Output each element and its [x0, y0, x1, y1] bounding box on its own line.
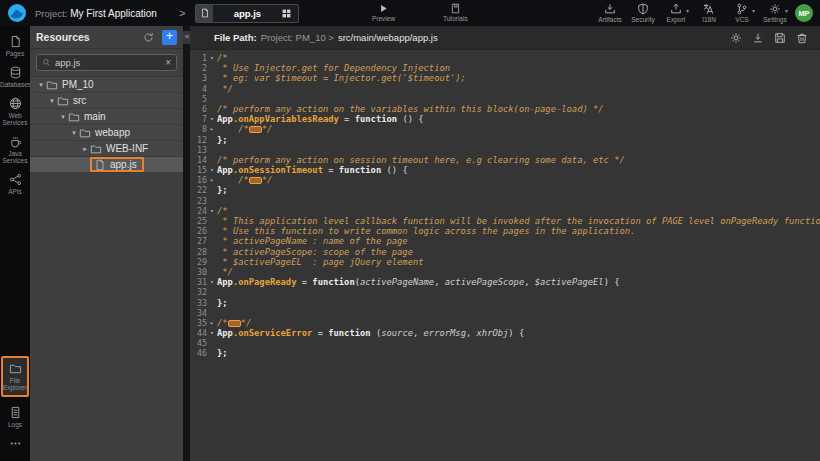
- tree-open-arrow-icon[interactable]: ▾: [36, 81, 46, 89]
- panel-divider[interactable]: [183, 26, 190, 461]
- resource-search: ×: [36, 54, 177, 71]
- editor-settings-icon[interactable]: [730, 32, 742, 44]
- line-number: 14: [190, 155, 207, 165]
- code-line-22: 22};: [190, 185, 820, 195]
- clear-search-icon[interactable]: ×: [165, 57, 171, 68]
- fold-spacer: [207, 63, 217, 73]
- refresh-icon[interactable]: [143, 32, 154, 43]
- avatar[interactable]: MP: [795, 4, 813, 22]
- tree-item-label: WEB-INF: [106, 143, 148, 154]
- folded-code-marker[interactable]: [249, 177, 262, 184]
- file-path-value: src/main/webapp/app.js: [338, 32, 730, 43]
- fold-open-icon[interactable]: ▾: [207, 206, 217, 216]
- delete-file-icon[interactable]: [796, 32, 808, 44]
- line-number: 27: [190, 236, 207, 246]
- selected-file-highlight: app.js: [90, 157, 144, 172]
- fold-spacer: [207, 338, 217, 348]
- tree-item-src[interactable]: ▾src: [30, 93, 183, 109]
- tree-item-web-inf[interactable]: ▸WEB-INF: [30, 141, 183, 157]
- tree-closed-arrow-icon[interactable]: ▸: [80, 145, 90, 153]
- fold-open-icon[interactable]: ▾: [207, 328, 217, 338]
- folder-icon: [68, 111, 80, 123]
- fold-closed-icon[interactable]: ▸: [207, 175, 217, 185]
- tree-item-label: webapp: [95, 127, 130, 138]
- fold-open-icon[interactable]: ▾: [207, 277, 217, 287]
- tree-open-arrow-icon[interactable]: ▾: [47, 97, 57, 105]
- line-number: 8: [190, 124, 207, 134]
- search-input[interactable]: [51, 57, 165, 68]
- add-resource-button[interactable]: +: [162, 30, 177, 45]
- folded-code-marker[interactable]: [249, 126, 262, 133]
- tree-item-webapp[interactable]: ▾webapp: [30, 125, 183, 141]
- code-line-30: 30 */: [190, 267, 820, 277]
- fold-closed-icon[interactable]: ▸: [207, 124, 217, 134]
- line-number: 7: [190, 114, 207, 124]
- line-number: 1: [190, 53, 207, 63]
- grid-icon[interactable]: [281, 8, 292, 19]
- vcs-button[interactable]: ▾VCS: [729, 3, 755, 23]
- fold-open-icon[interactable]: ▾: [207, 165, 217, 175]
- code-text: [217, 145, 820, 155]
- tree-open-arrow-icon[interactable]: ▾: [69, 129, 79, 137]
- export-button[interactable]: ▾Export: [663, 3, 689, 23]
- code-editor[interactable]: 1▾/*2 * Use Injector.get for Dependency …: [190, 50, 820, 461]
- code-text: };: [217, 135, 820, 145]
- tutorials-button[interactable]: Tutorials: [443, 3, 468, 22]
- collapse-panel-button[interactable]: «: [183, 31, 191, 44]
- security-button[interactable]: Security: [630, 3, 656, 23]
- code-line-29: 29 * $activePageEL : page jQuery element: [190, 257, 820, 267]
- fold-closed-icon[interactable]: ▸: [207, 318, 217, 328]
- code-line-12: 12};: [190, 135, 820, 145]
- folded-code-marker[interactable]: [228, 320, 241, 327]
- fold-spacer: [207, 185, 217, 195]
- download-file-icon[interactable]: [752, 32, 764, 44]
- artifacts-button[interactable]: Artifacts: [597, 3, 623, 23]
- file-path-project: Project: PM_10 >: [261, 32, 334, 43]
- code-line-44: 44▾App.onServiceError = function (source…: [190, 328, 820, 338]
- share-icon: [9, 173, 22, 186]
- fold-open-icon[interactable]: ▾: [207, 114, 217, 124]
- line-number: 28: [190, 247, 207, 257]
- sidebar-item-label: Logs: [0, 421, 30, 428]
- tree-item-app-js[interactable]: app.js: [30, 157, 183, 173]
- tree-item-label: PM_10: [62, 79, 94, 90]
- settings-button[interactable]: ▾Settings: [762, 3, 788, 23]
- artifacts-icon: [604, 3, 616, 15]
- fold-spacer: [207, 348, 217, 358]
- code-text: App.onPageReady = function(activePageNam…: [217, 277, 820, 287]
- chevron-right-icon: >: [179, 7, 185, 19]
- fold-spacer: [207, 84, 217, 94]
- i18n-button[interactable]: I18N: [696, 3, 722, 23]
- fold-spacer: [207, 94, 217, 104]
- fold-open-icon[interactable]: ▾: [207, 53, 217, 63]
- file-tree: ▾PM_10▾src▾main▾webapp▸WEB-INFapp.js: [30, 76, 183, 173]
- file-path-label: File Path:: [214, 32, 257, 43]
- code-line-5: 5: [190, 94, 820, 104]
- sidebar-item-logs[interactable]: Logs: [0, 406, 30, 428]
- sidebar-item-databases[interactable]: Databases: [0, 66, 30, 88]
- tutorials-label: Tutorials: [443, 15, 468, 22]
- sidebar-item-apis[interactable]: APIs: [0, 173, 30, 195]
- fold-spacer: [207, 135, 217, 145]
- preview-button[interactable]: Preview: [372, 3, 395, 22]
- tab-appjs[interactable]: app.js: [195, 4, 299, 23]
- sidebar-item-web-services[interactable]: Web Services: [0, 97, 30, 126]
- sidebar-item-java-services[interactable]: Java Services: [0, 135, 30, 164]
- line-number: 16: [190, 175, 207, 185]
- sidebar-item-file-explorer[interactable]: File Explorer: [1, 356, 29, 397]
- sidebar-item-pages[interactable]: Pages: [0, 35, 30, 57]
- resources-header: Resources +: [30, 26, 183, 49]
- coffee-icon: [9, 135, 22, 148]
- code-line-33: 33};: [190, 298, 820, 308]
- code-text: * Use this function to write common logi…: [217, 226, 820, 236]
- export-icon: [670, 3, 682, 15]
- code-line-3: 3 * eg: var $timeout = Injector.get('$ti…: [190, 73, 820, 83]
- breadcrumb: Project: My First Application: [35, 8, 157, 19]
- tree-item-main[interactable]: ▾main: [30, 109, 183, 125]
- tree-item-pm-10[interactable]: ▾PM_10: [30, 77, 183, 93]
- gear-icon: [769, 3, 781, 15]
- tree-open-arrow-icon[interactable]: ▾: [58, 113, 68, 121]
- save-file-icon[interactable]: [774, 32, 786, 44]
- sidebar-item-more[interactable]: [0, 437, 30, 450]
- code-text: /* perform any action on session timeout…: [217, 155, 820, 165]
